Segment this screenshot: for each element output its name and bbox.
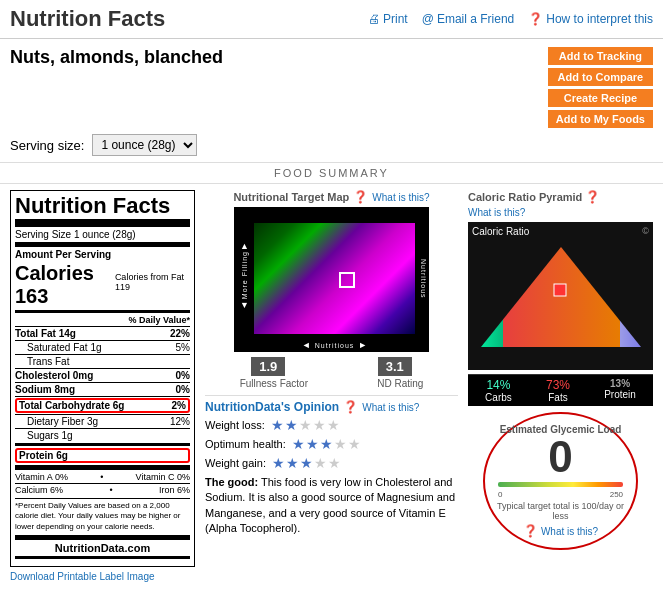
nd-rating-label: ND Rating (377, 378, 423, 389)
svg-rect-1 (554, 284, 566, 296)
nf-cal-from-fat-label: Calories from Fat (115, 272, 184, 282)
nutrition-facts-label: Nutrition Facts Serving Size 1 ounce (28… (10, 190, 195, 582)
nf-sodium-val: 8mg (54, 384, 75, 395)
action-buttons: Add to Tracking Add to Compare Create Re… (548, 47, 653, 128)
print-icon: 🖨 (368, 12, 380, 26)
nf-cal-from-fat-val: 119 (115, 282, 130, 292)
protein-label: Protein (604, 389, 636, 400)
nf-title: Nutrition Facts (15, 195, 190, 227)
how-to-link[interactable]: ❓ How to interpret this (528, 12, 653, 26)
food-name: Nuts, almonds, blanched (10, 47, 548, 68)
add-to-my-foods-button[interactable]: Add to My Foods (548, 110, 653, 128)
nf-total-carb-val: 6g (113, 400, 125, 411)
nf-calories-value: Calories (15, 262, 94, 284)
optimum-health-stars: ★★★★★ (292, 436, 361, 452)
nf-calories-num: 163 (15, 285, 48, 307)
page-title: Nutrition Facts (10, 6, 368, 32)
glycemic-scale-max: 250 (610, 490, 623, 499)
nf-dietary-fiber-label: Dietary Fiber (27, 416, 84, 427)
opinion-what-is-this[interactable]: What is this? (362, 402, 419, 413)
nf-total-fat-val: 14g (59, 328, 76, 339)
nf-sodium-label: Sodium (15, 384, 52, 395)
nf-total-carb-pct: 2% (172, 400, 186, 411)
nf-dietary-fiber-val: 3g (87, 416, 98, 427)
nf-cholesterol-label: Cholesterol (15, 370, 70, 381)
nf-iron-pct: 6% (177, 485, 190, 495)
fats-pct: 73% (546, 378, 570, 392)
svg-marker-0 (481, 247, 641, 347)
nf-protein-label: Protein (19, 450, 53, 461)
food-summary-header: FOOD SUMMARY (0, 162, 663, 183)
nf-serving: Serving Size 1 ounce (28g) (15, 229, 190, 240)
weight-gain-label: Weight gain: (205, 457, 266, 469)
help-icon: ❓ (528, 12, 543, 26)
nf-vit-a-label: Vitamin A (15, 472, 52, 482)
nf-dietary-fiber-pct: 12% (170, 416, 190, 427)
nf-website: NutritionData.com (15, 535, 190, 559)
target-map-what-is-this[interactable]: What is this? (372, 192, 429, 203)
caloric-help-icon: ❓ (585, 190, 600, 204)
target-map-title: Nutritional Target Map (233, 191, 349, 203)
nf-cholesterol-val: 0mg (73, 370, 94, 381)
nf-total-carb-label: Total Carbohydrate (19, 400, 110, 411)
opinion-title: NutritionData's Opinion (205, 400, 339, 414)
weight-gain-stars: ★★★★★ (272, 455, 341, 471)
caloric-title: Caloric Ratio Pyramid (468, 191, 582, 203)
create-recipe-button[interactable]: Create Recipe (548, 89, 653, 107)
target-map-help-icon: ❓ (353, 190, 368, 204)
nf-sugars-label: Sugars (27, 430, 59, 441)
weight-loss-stars: ★★★★★ (271, 417, 340, 433)
fullness-factor-label: Fullness Factor (240, 378, 308, 389)
glycemic-target-text: Typical target total is 100/day or less (491, 501, 630, 521)
add-to-tracking-button[interactable]: Add to Tracking (548, 47, 653, 65)
glycemic-value: 0 (491, 435, 630, 479)
opinion-help-icon: ❓ (343, 400, 358, 414)
nf-sugars-val: 1g (61, 430, 72, 441)
nf-iron-label: Iron (159, 485, 175, 495)
nf-footnote: *Percent Daily Values are based on a 2,0… (15, 498, 190, 532)
caloric-ratio-label: Caloric Ratio (472, 226, 529, 237)
nf-amount-per: Amount Per Serving (15, 249, 190, 260)
caloric-what-is-this[interactable]: What is this? (468, 207, 525, 218)
download-label-link[interactable]: Download Printable Label Image (10, 571, 195, 582)
nf-sat-fat-pct: 5% (176, 342, 190, 353)
nf-sat-fat-val: 1g (90, 342, 101, 353)
nf-calcium-pct: 6% (50, 485, 63, 495)
nf-vit-c-pct: 0% (177, 472, 190, 482)
serving-size-select[interactable]: 1 ounce (28g) (92, 134, 197, 156)
carbs-pct: 14% (485, 378, 512, 392)
print-link[interactable]: 🖨 Print (368, 12, 408, 26)
email-icon: @ (422, 12, 434, 26)
glycemic-what-is-this[interactable]: What is this? (541, 526, 598, 537)
nf-protein-val: 6g (56, 450, 68, 461)
protein-pct: 13% (604, 378, 636, 389)
weight-loss-label: Weight loss: (205, 419, 265, 431)
glycemic-help-icon: ❓ (523, 524, 538, 538)
good-label: The good: (205, 476, 258, 488)
nf-vit-a-pct: 0% (55, 472, 68, 482)
nf-vit-c-label: Vitamin C (136, 472, 175, 482)
fats-label: Fats (546, 392, 570, 403)
optimum-health-label: Optimum health: (205, 438, 286, 450)
fullness-score: 1.9 (251, 357, 285, 376)
nf-calcium-label: Calcium (15, 485, 48, 495)
nf-sodium-pct: 0% (176, 384, 190, 395)
nf-total-fat-label: Total Fat (15, 328, 56, 339)
nf-pct-header: % Daily Value* (15, 315, 190, 325)
nf-cholesterol-pct: 0% (176, 370, 190, 381)
nf-sat-fat-label: Saturated Fat (27, 342, 88, 353)
add-to-compare-button[interactable]: Add to Compare (548, 68, 653, 86)
nd-rating-score: 3.1 (378, 357, 412, 376)
carbs-label: Carbs (485, 392, 512, 403)
email-link[interactable]: @ Email a Friend (422, 12, 515, 26)
serving-size-label: Serving size: (10, 138, 84, 153)
nf-total-fat-pct: 22% (170, 328, 190, 339)
nf-trans-fat-label: Trans Fat (27, 356, 69, 367)
